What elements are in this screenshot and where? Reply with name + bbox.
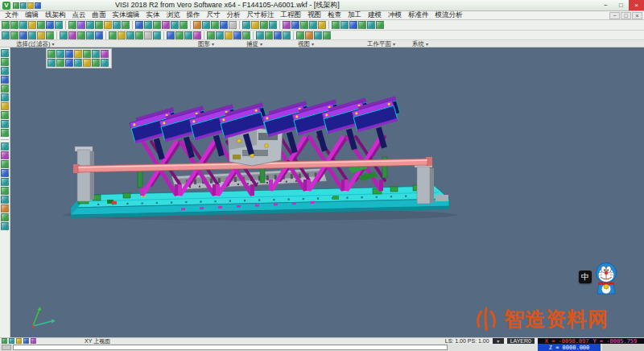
toolbar-icon[interactable] — [19, 31, 27, 39]
mdi-close-button[interactable]: × — [632, 12, 642, 19]
menu-item[interactable]: 文件 — [2, 10, 22, 20]
toolbar-icon[interactable] — [135, 31, 143, 39]
ime-indicator[interactable]: 中 — [579, 270, 592, 283]
toolbar-icon[interactable] — [28, 31, 36, 39]
toolbar-icon[interactable] — [47, 59, 56, 67]
toolbar-icon[interactable] — [283, 31, 291, 39]
toolbar-icon[interactable] — [74, 59, 82, 67]
toolbar-icon[interactable] — [184, 31, 192, 39]
toolbar-icon[interactable] — [60, 31, 68, 39]
toolbar-icon[interactable] — [65, 59, 73, 67]
menu-item[interactable]: 标准件 — [405, 10, 432, 20]
toolbar-icon[interactable] — [1, 102, 9, 110]
toolbar-icon[interactable] — [323, 31, 331, 39]
toolbar-icon[interactable] — [27, 2, 34, 9]
toolbar-icon[interactable] — [35, 2, 41, 9]
toolbar-icon[interactable] — [122, 21, 130, 29]
toolbar-icon[interactable] — [1, 85, 9, 93]
toolbar-icon[interactable] — [341, 21, 349, 29]
mdi-restore-button[interactable]: □ — [621, 12, 631, 19]
toolbar-icon[interactable] — [233, 31, 242, 39]
toolbar-group-label[interactable]: 图形▾ — [198, 40, 214, 47]
toolbar-icon[interactable] — [92, 59, 100, 67]
toolbar-icon[interactable] — [1, 76, 9, 84]
toolbar-icon[interactable] — [229, 21, 237, 29]
toolbar-icon[interactable] — [1, 160, 9, 168]
toolbar-icon[interactable] — [95, 31, 103, 39]
toolbar-icon[interactable] — [19, 21, 27, 29]
toolbar-icon[interactable] — [10, 21, 19, 29]
toolbar-icon[interactable] — [376, 21, 384, 29]
toolbar-icon[interactable] — [180, 21, 188, 29]
menu-item[interactable]: 建模 — [365, 10, 385, 20]
toolbar-icon[interactable] — [283, 21, 291, 29]
toolbar-icon[interactable] — [118, 31, 126, 39]
menu-item[interactable]: 冲模 — [385, 10, 405, 20]
toolbar-group-label[interactable]: 捕捉▾ — [246, 40, 262, 47]
toolbar-icon[interactable] — [10, 31, 19, 39]
toolbar-icon[interactable] — [9, 338, 14, 344]
toolbar-icon[interactable] — [1, 169, 9, 177]
toolbar-icon[interactable] — [65, 50, 73, 58]
toolbar-icon[interactable] — [77, 21, 85, 29]
toolbar-icon[interactable] — [1, 129, 9, 137]
toolbar-icon[interactable] — [162, 21, 170, 29]
toolbar-icon[interactable] — [74, 50, 82, 58]
toolbar-icon[interactable] — [2, 21, 10, 29]
toolbar-icon[interactable] — [1, 196, 9, 204]
menu-item[interactable]: 视图 — [304, 10, 324, 20]
toolbar-icon[interactable] — [305, 31, 313, 39]
toolbar-icon[interactable] — [318, 21, 326, 29]
toolbar-icon[interactable] — [300, 21, 308, 29]
toolbar-icon[interactable] — [46, 31, 54, 39]
menu-item[interactable]: 加工 — [345, 10, 365, 20]
toolbar-icon[interactable] — [144, 21, 152, 29]
toolbar-icon[interactable] — [68, 21, 76, 29]
menu-item[interactable]: 尺寸标注 — [244, 10, 278, 20]
toolbar-icon[interactable] — [296, 31, 304, 39]
toolbar-icon[interactable] — [1, 222, 9, 230]
toolbar-icon[interactable] — [46, 21, 54, 29]
toolbar-icon[interactable] — [86, 31, 94, 39]
toolbar-icon[interactable] — [309, 21, 317, 29]
toolbar-icon[interactable] — [314, 31, 322, 39]
menu-item[interactable]: 实体 — [143, 10, 163, 20]
toolbar-icon[interactable] — [47, 50, 56, 58]
toolbar-icon[interactable] — [56, 50, 64, 58]
toolbar-icon[interactable] — [207, 31, 215, 39]
toolbar-icon[interactable] — [171, 21, 179, 29]
toolbar-icon[interactable] — [220, 21, 228, 29]
toolbar-icon[interactable] — [28, 21, 36, 29]
toolbar-icon[interactable] — [349, 21, 357, 29]
toolbar-icon[interactable] — [242, 21, 250, 29]
toolbar-icon[interactable] — [113, 21, 121, 29]
toolbar-icon[interactable] — [55, 21, 63, 29]
command-chip[interactable] — [2, 345, 11, 350]
toolbar-group-label[interactable]: 工作平面▾ — [367, 40, 395, 47]
mdi-minimize-button[interactable]: − — [609, 12, 620, 19]
toolbar-icon[interactable] — [13, 2, 19, 9]
toolbar-icon[interactable] — [144, 31, 152, 39]
toolbar-icon[interactable] — [1, 58, 9, 66]
menu-item[interactable]: 编辑 — [22, 10, 42, 20]
toolbar-icon[interactable] — [202, 21, 210, 29]
toolbar-icon[interactable] — [251, 21, 259, 29]
toolbar-icon[interactable] — [265, 31, 273, 39]
toolbar-icon[interactable] — [225, 31, 233, 39]
toolbar-group-label[interactable]: 视图▾ — [298, 40, 314, 47]
toolbar-icon[interactable] — [1, 151, 9, 159]
toolbar-icon[interactable] — [86, 21, 94, 29]
toolbar-icon[interactable] — [95, 21, 103, 29]
menu-item[interactable]: 实体编辑 — [109, 10, 143, 20]
menu-item[interactable]: 操作 — [184, 10, 204, 20]
toolbar-icon[interactable] — [77, 31, 85, 39]
toolbar-icon[interactable] — [1, 204, 9, 213]
menu-item[interactable]: 点云 — [69, 10, 89, 20]
toolbar-icon[interactable] — [211, 21, 219, 29]
menu-item[interactable]: 尺寸 — [204, 10, 224, 20]
menu-item[interactable]: 模流分析 — [432, 10, 466, 20]
toolbar-icon[interactable] — [126, 31, 134, 39]
cad-model[interactable] — [10, 47, 644, 337]
toolbar-icon[interactable] — [291, 21, 299, 29]
toolbar-group-label[interactable]: 选择(过滤器)▾ — [16, 40, 55, 47]
